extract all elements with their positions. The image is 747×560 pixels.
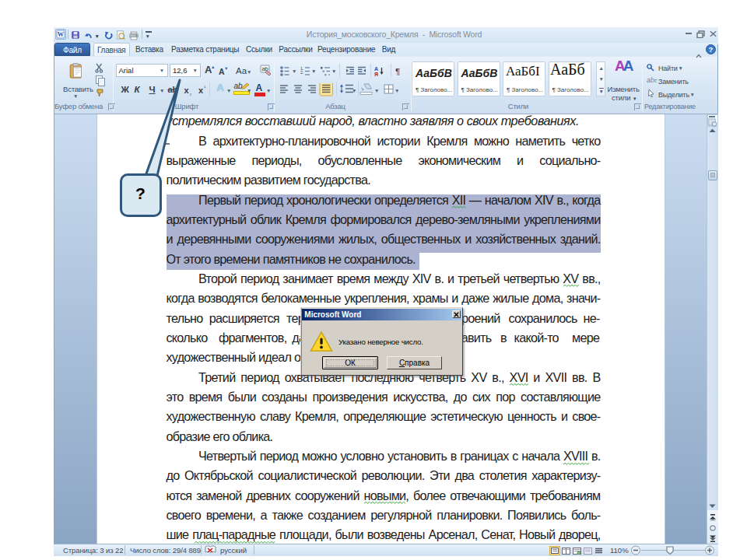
svg-text:А: А [374, 66, 378, 72]
svg-text:2.: 2. [300, 70, 304, 75]
svg-text:¶: ¶ [395, 67, 400, 76]
svg-text:?: ? [709, 45, 714, 54]
svg-text:W: W [57, 31, 64, 38]
svg-text:Я: Я [374, 72, 378, 77]
